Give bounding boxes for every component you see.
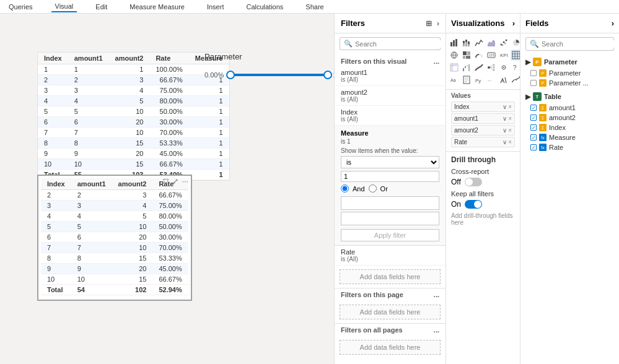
field-parameter-2-checkbox[interactable] bbox=[530, 80, 537, 86]
viz-pie-chart-icon[interactable] bbox=[511, 37, 520, 48]
filter-extra-input1[interactable] bbox=[341, 196, 439, 210]
values-rate-chevron[interactable]: ∨ bbox=[503, 139, 507, 145]
fields-search-box[interactable]: 🔍 bbox=[525, 37, 614, 51]
slider-thumb-left[interactable] bbox=[226, 71, 235, 79]
filters-search-input[interactable] bbox=[355, 40, 441, 48]
more-icon[interactable]: ··· bbox=[182, 177, 188, 186]
table2-total-cell: 102 bbox=[112, 285, 153, 295]
filter-amount1-val: is (All) bbox=[341, 76, 439, 83]
filter-rate[interactable]: Rate is (All) bbox=[335, 246, 446, 266]
viz-analytics-icon[interactable] bbox=[511, 74, 520, 85]
viz-paginated-icon[interactable] bbox=[461, 74, 472, 85]
fields-search-input[interactable] bbox=[542, 40, 619, 48]
toolbar-insert[interactable]: Insert bbox=[203, 2, 228, 12]
parameter-group-label: Parameter bbox=[544, 58, 577, 66]
values-amount2-remove[interactable]: × bbox=[508, 127, 512, 134]
values-amount1-remove[interactable]: × bbox=[508, 115, 512, 122]
fields-expand-icon[interactable]: › bbox=[612, 19, 614, 28]
viz-scatter-chart-icon[interactable] bbox=[498, 37, 509, 48]
add-data-page-btn[interactable]: Add data fields here bbox=[340, 305, 441, 319]
viz-influencer-icon[interactable] bbox=[498, 62, 509, 73]
svg-text:Py: Py bbox=[475, 78, 481, 84]
values-amount1-chevron[interactable]: ∨ bbox=[503, 115, 507, 122]
values-index-chevron[interactable]: ∨ bbox=[503, 103, 507, 110]
viz-decomp-icon[interactable] bbox=[486, 62, 497, 73]
viz-narrative-icon[interactable]: Aa bbox=[449, 74, 460, 85]
filters-page-dots[interactable]: ... bbox=[434, 291, 439, 298]
table2-cell: 20 bbox=[112, 232, 153, 243]
expand-icon[interactable]: ⤢ bbox=[172, 177, 178, 186]
viz-gauge-icon[interactable] bbox=[473, 50, 485, 61]
fields-search-icon: 🔍 bbox=[530, 40, 539, 48]
add-data-all-btn[interactable]: Add data fields here bbox=[340, 340, 441, 355]
field-parameter-1-checkbox[interactable] bbox=[530, 70, 537, 76]
field-amount2-checkbox[interactable] bbox=[530, 115, 537, 121]
values-field-amount1[interactable]: amount1 ∨ × bbox=[451, 113, 515, 124]
viz-card-icon[interactable]: 123 bbox=[486, 50, 497, 61]
values-index-remove[interactable]: × bbox=[508, 103, 512, 110]
filter-or-label: Or bbox=[380, 185, 388, 193]
field-measure-label: Measure bbox=[549, 134, 576, 141]
viz-format-icon[interactable] bbox=[498, 74, 509, 85]
values-field-amount2[interactable]: amount2 ∨ × bbox=[451, 125, 515, 136]
field-measure-checkbox[interactable] bbox=[530, 134, 537, 141]
viz-map-icon[interactable] bbox=[449, 50, 460, 61]
filter-radio-and[interactable] bbox=[341, 184, 349, 193]
cross-report-toggle[interactable] bbox=[465, 178, 482, 186]
viz-py-icon[interactable]: Py bbox=[473, 74, 485, 85]
viz-bar-chart-icon[interactable] bbox=[449, 37, 460, 48]
table2-cell: 66.67% bbox=[152, 190, 188, 201]
parameter-slider-track[interactable] bbox=[229, 74, 328, 76]
viz-waterfall-icon[interactable] bbox=[461, 62, 472, 73]
filter-amount1[interactable]: amount1 is (All) bbox=[335, 66, 446, 86]
filter-value-input[interactable] bbox=[341, 171, 439, 182]
apply-filter-button[interactable]: Apply filter bbox=[341, 229, 439, 241]
filters-all-dots[interactable]: ... bbox=[434, 326, 439, 334]
viz-kpi-icon[interactable]: KPI bbox=[498, 50, 509, 61]
filters-search-box[interactable]: 🔍 bbox=[340, 37, 441, 50]
svg-text:KPI: KPI bbox=[500, 53, 508, 58]
field-amount1-checkbox[interactable] bbox=[530, 105, 537, 111]
table2: Index amount1 amount2 Rate 22366.67%3347… bbox=[41, 178, 188, 295]
toolbar-calculations[interactable]: Calculations bbox=[242, 2, 287, 12]
viz-stacked-bar-icon[interactable] bbox=[461, 37, 472, 48]
toolbar-share[interactable]: Share bbox=[302, 2, 327, 12]
fields-group-parameter: ▶ P Parameter P Parameter P Parameter ..… bbox=[520, 54, 619, 89]
viz-expand-icon[interactable]: › bbox=[512, 19, 515, 28]
viz-more1-icon[interactable]: ··· bbox=[486, 74, 497, 85]
filter-amount2[interactable]: amount2 is (All) bbox=[335, 86, 446, 106]
slider-thumb-right[interactable] bbox=[323, 71, 332, 79]
viz-treemap-icon[interactable] bbox=[461, 50, 472, 61]
values-field-index[interactable]: Index ∨ × bbox=[451, 102, 515, 112]
filter-extra-input2[interactable] bbox=[341, 212, 439, 225]
fields-group-parameter-header[interactable]: ▶ P Parameter bbox=[520, 56, 619, 68]
filter-index[interactable]: Index is (All) bbox=[335, 106, 446, 126]
filter-radio-or[interactable] bbox=[369, 184, 377, 193]
viz-line-chart-icon[interactable] bbox=[473, 37, 485, 48]
filter-arrow-icon[interactable]: › bbox=[437, 19, 439, 28]
filter-condition-select[interactable]: is bbox=[341, 156, 439, 168]
viz-area-chart-icon[interactable] bbox=[486, 37, 497, 48]
toolbar-edit[interactable]: Edit bbox=[92, 2, 111, 12]
toolbar-visual[interactable]: Visual bbox=[51, 1, 77, 12]
toolbar-queries[interactable]: Queries bbox=[5, 2, 37, 12]
values-field-rate[interactable]: Rate ∨ × bbox=[451, 137, 515, 147]
filters-visual-dots[interactable]: ... bbox=[434, 58, 439, 65]
keep-filters-toggle[interactable] bbox=[465, 200, 482, 209]
values-amount2-chevron[interactable]: ∨ bbox=[503, 127, 507, 134]
viz-table-icon[interactable] bbox=[511, 50, 520, 61]
filter-icon[interactable]: ▽ bbox=[163, 177, 169, 186]
viz-qna-icon[interactable]: ? bbox=[511, 62, 520, 73]
viz-ribbon-icon[interactable] bbox=[473, 62, 485, 73]
table2-wrapper[interactable]: ▽ ⤢ ··· Index amount1 amount2 Rate bbox=[37, 175, 192, 301]
svg-rect-4 bbox=[463, 41, 465, 43]
viz-matrix-icon[interactable] bbox=[449, 62, 460, 73]
field-rate-checkbox[interactable] bbox=[530, 144, 537, 150]
filter-icon-header[interactable]: ⊞ bbox=[426, 19, 432, 28]
field-index-checkbox[interactable] bbox=[530, 124, 537, 131]
fields-group-table-header[interactable]: ▶ T Table bbox=[520, 90, 619, 103]
table1-cell: 100.00% bbox=[149, 64, 188, 75]
toolbar-measure[interactable]: Measure Measure bbox=[126, 2, 188, 12]
values-rate-remove[interactable]: × bbox=[508, 139, 512, 145]
add-data-visual-btn[interactable]: Add data fields here bbox=[340, 269, 441, 284]
